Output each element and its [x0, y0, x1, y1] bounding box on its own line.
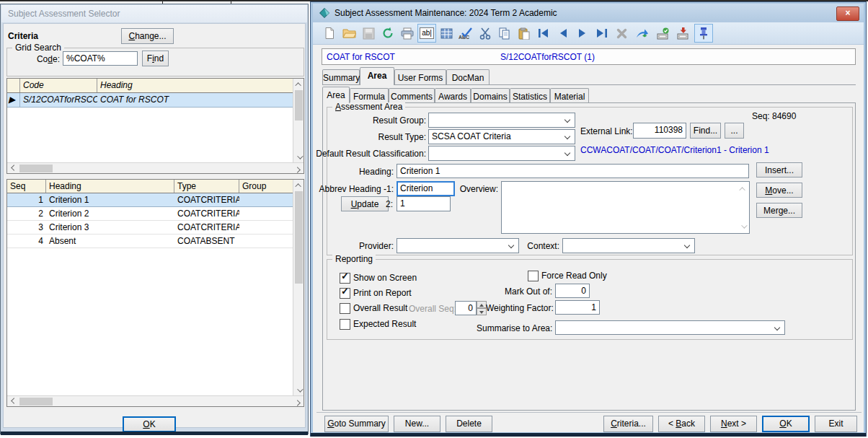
spin-up-button[interactable] [477, 301, 487, 308]
move-button[interactable]: Move... [756, 183, 802, 198]
scroll-up-arrow[interactable] [293, 79, 304, 89]
table-row[interactable]: 1 Criterion 1 COATCRITERIA [7, 193, 293, 207]
external-link-more-button[interactable]: ... [725, 123, 744, 139]
update-button[interactable]: Update [341, 196, 389, 211]
back-button[interactable]: < Back [658, 416, 705, 432]
spell-check-icon[interactable]: ABC [456, 24, 475, 43]
scroll-right-arrow[interactable] [293, 163, 304, 174]
subtab-area[interactable]: Area [322, 87, 350, 103]
cell-type[interactable]: COATCRITERIA [174, 193, 239, 206]
tab-user-forms[interactable]: User Forms [394, 69, 446, 84]
horizontal-scrollbar[interactable] [7, 162, 304, 173]
show-on-screen-checkbox[interactable]: Show on Screen [340, 273, 417, 283]
cut-icon[interactable] [476, 24, 495, 43]
external-link-text[interactable]: CCWACOAT/COAT/COAT/Criterion1 - Criterio… [580, 145, 769, 155]
paste-icon[interactable] [515, 24, 533, 43]
next-button[interactable]: Next > [710, 416, 757, 432]
table-row[interactable]: 2 Criterion 2 COATCRITERIA [7, 207, 293, 221]
result-group-dropdown[interactable] [428, 113, 575, 128]
cell-type[interactable]: COATCRITERIA [174, 207, 239, 220]
overview-scroll-down[interactable] [738, 221, 748, 232]
previous-record-icon[interactable] [554, 24, 572, 43]
default-result-classification-dropdown[interactable] [428, 146, 575, 161]
areas-grid-header[interactable]: Seq Heading Type Group [7, 180, 293, 193]
external-link-find-button[interactable]: Find... [690, 123, 721, 139]
new-button[interactable]: New... [394, 416, 440, 432]
cell-heading[interactable]: COAT for RSCOT [97, 93, 293, 107]
subtab-material[interactable]: Material [550, 88, 589, 103]
scrollbar-thumb[interactable] [295, 90, 303, 121]
summarise-to-area-dropdown[interactable] [555, 320, 785, 335]
cell-heading[interactable]: Criterion 2 [46, 207, 174, 220]
vertical-scrollbar[interactable] [293, 180, 304, 395]
print-icon[interactable] [398, 24, 417, 43]
print-on-report-checkbox[interactable]: Print on Report [340, 288, 412, 298]
overall-seq-input[interactable]: 0 [455, 301, 477, 315]
window-titlebar[interactable]: Subject Assessment Maintenance: 2024 Ter… [313, 4, 864, 22]
cell-type[interactable]: COATABSENT [174, 235, 239, 248]
tab-summary[interactable]: Summary [322, 69, 360, 84]
find-button[interactable]: Find [142, 51, 169, 66]
expected-result-checkbox[interactable]: Expected Result [340, 319, 416, 329]
subtab-awards[interactable]: Awards [435, 88, 471, 103]
cell-heading[interactable]: Absent [46, 235, 174, 248]
cell-group[interactable] [239, 193, 293, 206]
cell-heading[interactable]: Criterion 3 [46, 221, 174, 234]
merge-button[interactable]: Merge... [756, 203, 802, 218]
first-record-icon[interactable] [534, 24, 553, 43]
weighting-factor-input[interactable]: 1 [555, 300, 600, 315]
edit-field-icon[interactable]: ab| [417, 24, 436, 43]
delete-button[interactable]: Delete [446, 416, 492, 432]
check-in-icon[interactable] [654, 24, 673, 43]
column-header-group[interactable]: Group [239, 180, 293, 193]
external-link-input[interactable]: 110398 [633, 123, 686, 139]
ok-button[interactable]: OK [123, 416, 176, 432]
results-grid-header[interactable]: Code Heading [7, 79, 293, 93]
vertical-scrollbar[interactable] [293, 79, 304, 162]
close-button[interactable]: × [836, 6, 859, 21]
provider-dropdown[interactable] [397, 238, 519, 253]
overview-scroll-up[interactable] [738, 183, 748, 194]
abbrev-heading-1-input[interactable]: Criterion [397, 181, 455, 196]
criteria-button[interactable]: Criteria... [603, 416, 653, 432]
cell-group[interactable] [239, 207, 293, 220]
cell-code[interactable]: S/12COATforRSCOT [20, 93, 97, 107]
heading-input[interactable]: Criterion 1 [397, 164, 749, 178]
column-header-heading[interactable]: Heading [97, 79, 293, 92]
code-input[interactable]: %COAT% [63, 51, 138, 66]
cell-seq[interactable]: 2 [7, 207, 46, 220]
goto-link-icon[interactable] [633, 24, 652, 43]
goto-summary-button[interactable]: Goto Summary [324, 416, 389, 432]
scrollbar-thumb[interactable] [19, 398, 53, 406]
insert-button[interactable]: Insert... [756, 162, 802, 178]
mark-out-of-input[interactable]: 0 [555, 284, 590, 298]
refresh-icon[interactable] [378, 24, 397, 43]
scrollbar-thumb[interactable] [19, 165, 53, 172]
next-record-icon[interactable] [573, 24, 592, 43]
scroll-right-arrow[interactable] [293, 396, 304, 407]
tab-docman[interactable]: DocMan [446, 69, 490, 84]
context-dropdown[interactable] [562, 238, 695, 253]
exit-button[interactable]: Exit [815, 416, 857, 432]
scrollbar-thumb[interactable] [295, 191, 303, 284]
spin-down-button[interactable] [477, 308, 487, 315]
subtab-statistics[interactable]: Statistics [510, 88, 550, 103]
abbrev-heading-2-input[interactable]: 1 [397, 196, 451, 211]
new-document-icon[interactable] [320, 24, 339, 43]
cell-seq[interactable]: 3 [7, 221, 46, 234]
scroll-down-arrow[interactable] [293, 385, 304, 395]
table-row[interactable]: 3 Criterion 3 COATCRITERIA [7, 221, 293, 235]
subtab-domains[interactable]: Domains [471, 88, 510, 103]
column-header-type[interactable]: Type [174, 180, 239, 193]
ok-button[interactable]: OK [762, 416, 810, 432]
tab-area[interactable]: Area [360, 67, 394, 85]
copy-icon[interactable] [495, 24, 514, 43]
cell-seq[interactable]: 1 [7, 193, 46, 206]
window-titlebar[interactable]: Subject Assessment Selector [1, 5, 307, 22]
scroll-down-arrow[interactable] [293, 152, 304, 162]
pin-icon[interactable] [694, 24, 713, 43]
scroll-left-arrow[interactable] [7, 163, 18, 174]
column-header-heading[interactable]: Heading [46, 180, 174, 193]
table-row[interactable]: 4 Absent COATABSENT [7, 235, 293, 248]
save-icon[interactable] [359, 24, 378, 43]
